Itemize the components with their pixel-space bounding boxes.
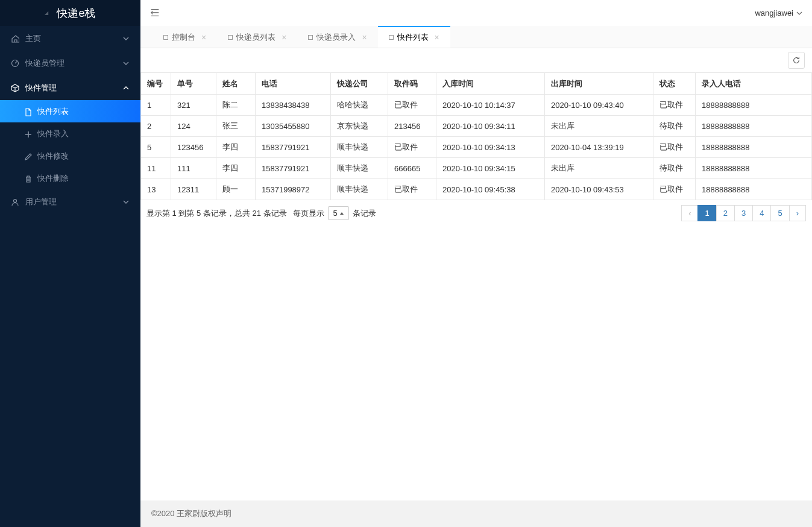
nav-item-3[interactable]: 用户管理 <box>0 189 140 214</box>
table-row[interactable]: 1312311顾一15371998972顺丰快递已取件2020-10-10 09… <box>141 179 812 200</box>
pager-page-4[interactable]: 4 <box>752 205 771 221</box>
table-cell: 待取件 <box>653 158 696 179</box>
table-row[interactable]: 5123456李四15837791921顺丰快递已取件2020-10-10 09… <box>141 137 812 158</box>
table-header-cell[interactable]: 取件码 <box>388 73 436 95</box>
table-cell: 未出库 <box>545 116 653 137</box>
table-cell: 待取件 <box>653 116 696 137</box>
table-cell: 顺丰快递 <box>331 137 388 158</box>
nav-sub-item-2-1[interactable]: 快件录入 <box>0 122 140 145</box>
refresh-button[interactable] <box>788 52 805 69</box>
sidebar: ◢ 快递e栈 主页快递员管理快件管理快件列表快件录入快件修改快件删除用户管理 <box>0 0 140 527</box>
table-header-cell[interactable]: 快递公司 <box>331 73 388 95</box>
pagination-info: 显示第 1 到第 5 条记录，总共 21 条记录 <box>146 208 287 219</box>
table-row[interactable]: 2124张三13035455880京东快递2134562020-10-10 09… <box>141 116 812 137</box>
sidebar-toggle-button[interactable] <box>149 7 162 19</box>
main: wangjiawei 控制台×快递员列表×快递员录入×快件列表× 编号单号姓名电… <box>140 0 812 527</box>
nav-item-0[interactable]: 主页 <box>0 26 140 51</box>
brand-title: 快递e栈 <box>57 6 95 21</box>
pager-page-3[interactable]: 3 <box>734 205 753 221</box>
tab-close-button[interactable]: × <box>282 33 286 42</box>
table-cell: 2020-10-10 09:34:15 <box>436 158 545 179</box>
user-name: wangjiawei <box>755 8 793 17</box>
table-header-cell[interactable]: 录入人电话 <box>696 73 812 95</box>
tab-close-button[interactable]: × <box>362 33 367 42</box>
svg-point-1 <box>14 199 17 202</box>
tab-3[interactable]: 快件列表× <box>378 26 450 48</box>
toolbar <box>140 48 812 72</box>
pager-next[interactable]: › <box>789 205 806 221</box>
copyright: ©2020 王家尉版权声明 <box>151 508 231 519</box>
table-header-cell[interactable]: 出库时间 <box>545 73 653 95</box>
table-header-cell[interactable]: 单号 <box>171 73 216 95</box>
nav-sub-item-2-0[interactable]: 快件列表 <box>0 100 140 122</box>
table-cell: 18888888888 <box>696 95 812 116</box>
table-row[interactable]: 1321陈二13838438438哈哈快递已取件2020-10-10 10:14… <box>141 95 812 116</box>
tab-0[interactable]: 控制台× <box>153 26 217 48</box>
table-header-row: 编号单号姓名电话快递公司取件码入库时间出库时间状态录入人电话 <box>141 73 812 95</box>
table-cell: 哈哈快递 <box>331 95 388 116</box>
tab-2[interactable]: 快递员录入× <box>297 26 377 48</box>
footer: ©2020 王家尉版权声明 <box>140 500 812 527</box>
pager-page-2[interactable]: 2 <box>716 205 735 221</box>
table-header-cell[interactable]: 编号 <box>141 73 171 95</box>
table-cell: 666665 <box>388 158 436 179</box>
file-icon <box>24 108 33 116</box>
user-icon <box>11 198 19 206</box>
trash-icon <box>24 175 33 183</box>
pager-prev: ‹ <box>681 205 698 221</box>
pager-page-1[interactable]: 1 <box>697 205 716 221</box>
table-header-cell[interactable]: 姓名 <box>216 73 256 95</box>
table-footer: 显示第 1 到第 5 条记录，总共 21 条记录 每页显示 5 条记录 ‹123… <box>140 200 812 226</box>
table-cell: 12311 <box>171 179 216 200</box>
tab-label: 快递员录入 <box>316 32 356 43</box>
table-header-cell[interactable]: 电话 <box>256 73 331 95</box>
nav-sub-item-label: 快件删除 <box>37 173 69 184</box>
table-header-cell[interactable]: 入库时间 <box>436 73 545 95</box>
table-cell: 2 <box>141 116 171 137</box>
user-menu[interactable]: wangjiawei <box>755 8 803 17</box>
tabs: 控制台×快递员列表×快递员录入×快件列表× <box>140 26 812 48</box>
nav-sub-item-2-3[interactable]: 快件删除 <box>0 167 140 189</box>
table-cell: 顺丰快递 <box>331 179 388 200</box>
data-table: 编号单号姓名电话快递公司取件码入库时间出库时间状态录入人电话 1321陈二138… <box>140 72 812 200</box>
table-cell: 15837791921 <box>256 158 331 179</box>
nav-item-1[interactable]: 快递员管理 <box>0 51 140 75</box>
table-cell: 2020-10-10 09:45:38 <box>436 179 545 200</box>
table-cell: 321 <box>171 95 216 116</box>
nav-item-label: 用户管理 <box>25 197 122 207</box>
tab-close-button[interactable]: × <box>435 33 439 42</box>
table-cell: 11 <box>141 158 171 179</box>
pager: ‹12345› <box>682 205 806 221</box>
table-cell: 京东快递 <box>331 116 388 137</box>
tab-close-button[interactable]: × <box>201 33 206 42</box>
page-size-select[interactable]: 5 <box>328 206 349 220</box>
tab-icon <box>308 35 313 40</box>
table-cell: 2020-10-10 09:34:13 <box>436 137 545 158</box>
nav-item-2[interactable]: 快件管理 <box>0 75 140 100</box>
table-cell: 111 <box>171 158 216 179</box>
tab-icon <box>228 35 233 40</box>
table-cell: 1 <box>141 95 171 116</box>
tab-1[interactable]: 快递员列表× <box>217 26 297 48</box>
topbar: wangjiawei <box>140 0 812 26</box>
chevron-down-icon <box>796 10 803 17</box>
content: 编号单号姓名电话快递公司取件码入库时间出库时间状态录入人电话 1321陈二138… <box>140 48 812 500</box>
pager-page-5[interactable]: 5 <box>770 205 789 221</box>
plus-icon <box>24 130 33 139</box>
dashboard-icon <box>11 59 19 68</box>
chevron-down-icon <box>122 198 130 206</box>
chevron-down-icon <box>122 35 130 42</box>
home-icon <box>11 34 19 43</box>
chevron-down-icon <box>122 60 130 67</box>
table-cell: 2020-10-10 10:14:37 <box>436 95 545 116</box>
table-cell: 123456 <box>171 137 216 158</box>
table-row[interactable]: 11111李四15837791921顺丰快递6666652020-10-10 0… <box>141 158 812 179</box>
table-header-cell[interactable]: 状态 <box>653 73 696 95</box>
table-cell: 18888888888 <box>696 116 812 137</box>
nav-sub-item-2-2[interactable]: 快件修改 <box>0 145 140 167</box>
table-cell: 13035455880 <box>256 116 331 137</box>
table-cell: 李四 <box>216 137 256 158</box>
nav-item-label: 快件管理 <box>25 83 122 93</box>
table-cell: 213456 <box>388 116 436 137</box>
table-cell: 18888888888 <box>696 179 812 200</box>
